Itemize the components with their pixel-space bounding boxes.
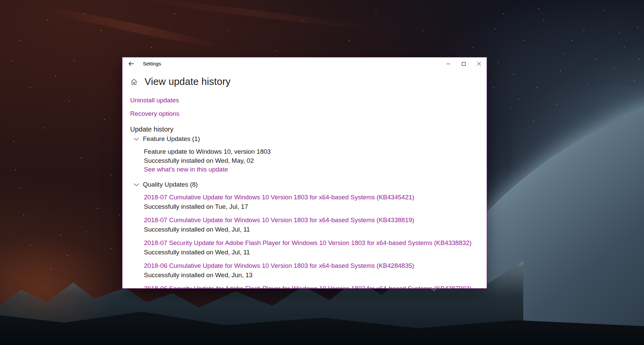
home-icon	[130, 79, 138, 85]
see-whats-new-link[interactable]: See what's new in this update	[144, 166, 228, 173]
chevron-down-icon	[133, 183, 139, 186]
update-history-heading: Update history	[130, 126, 173, 133]
feature-update-installed-date: Successfully installed on Wed, May, 02	[144, 157, 254, 164]
update-link[interactable]: 2018-07 Cumulative Update for Windows 10…	[144, 216, 414, 224]
update-link[interactable]: 2018-07 Security Update for Adobe Flash …	[144, 239, 472, 246]
section-label: Quality Updates (8)	[143, 181, 198, 188]
close-button[interactable]	[471, 57, 487, 70]
maximize-icon	[462, 62, 466, 66]
back-button[interactable]	[124, 57, 139, 70]
update-link[interactable]: 2018-06 Cumulative Update for Windows 10…	[144, 262, 414, 269]
caption-buttons	[440, 57, 487, 70]
close-icon	[477, 62, 481, 66]
feature-update-title: Feature update to Windows 10, version 18…	[144, 148, 271, 155]
quality-updates-section-header[interactable]: Quality Updates (8)	[133, 181, 198, 188]
section-label: Feature Updates (1)	[143, 135, 200, 143]
chevron-down-icon	[133, 138, 139, 141]
desktop: Settings View update history Unin	[0, 0, 644, 345]
settings-window: Settings View update history Unin	[122, 57, 487, 289]
update-link[interactable]: 2018-07 Cumulative Update for Windows 10…	[144, 194, 414, 201]
window-title: Settings	[143, 57, 161, 70]
page-title: View update history	[145, 76, 230, 87]
feature-updates-section-header[interactable]: Feature Updates (1)	[133, 135, 200, 143]
minimize-icon	[446, 62, 450, 66]
update-entry: 2018-07 Cumulative Update for Windows 10…	[144, 216, 481, 233]
update-installed-date: Successfully installed on Wed, Jul, 11	[144, 249, 481, 256]
minimize-button[interactable]	[440, 57, 456, 70]
uninstall-updates-link[interactable]: Uninstall updates	[130, 97, 179, 104]
update-installed-date: Successfully installed on Tue, Jul, 17	[144, 203, 481, 210]
page-header: View update history	[130, 76, 230, 87]
update-installed-date: Successfully installed on Wed, Jun, 13	[144, 272, 481, 279]
maximize-button[interactable]	[456, 57, 471, 70]
recovery-options-link[interactable]: Recovery options	[130, 110, 179, 117]
update-entry: 2018-07 Security Update for Adobe Flash …	[144, 239, 481, 256]
update-link[interactable]: 2018-06 Security Update for Adobe Flash …	[144, 285, 472, 289]
update-entry: 2018-06 Security Update for Adobe Flash …	[144, 285, 481, 289]
update-entry: 2018-07 Cumulative Update for Windows 10…	[144, 194, 481, 210]
update-entry: 2018-06 Cumulative Update for Windows 10…	[144, 262, 481, 279]
update-installed-date: Successfully installed on Wed, Jul, 11	[144, 226, 481, 233]
title-bar: Settings	[122, 57, 487, 70]
arrow-left-icon	[128, 61, 134, 66]
